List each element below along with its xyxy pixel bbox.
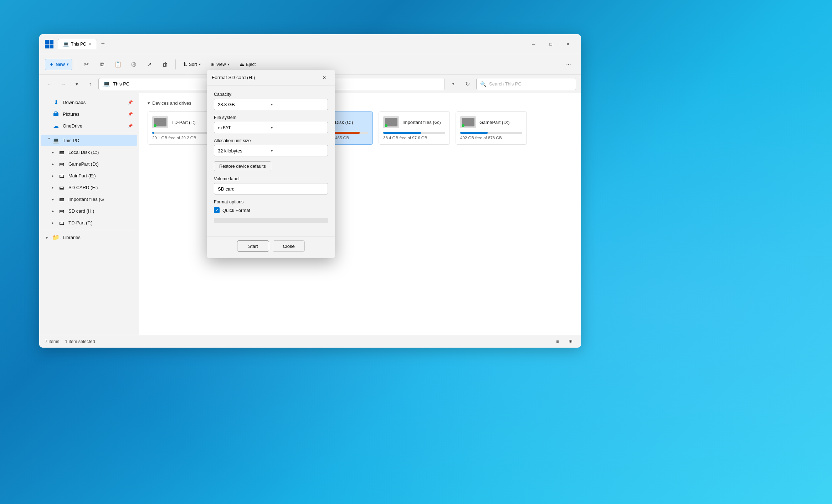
status-bar: 7 items 1 item selected ≡ ⊞: [39, 335, 581, 348]
pin-icon: 📌: [128, 100, 133, 105]
svg-rect-2: [45, 45, 49, 48]
section-title: Devices and drives: [152, 100, 191, 106]
sidebar-item-downloads[interactable]: ⬇ Downloads 📌: [41, 97, 137, 108]
drive-item-gamepart[interactable]: GamePart (D:) 492 GB free of 878 GB: [456, 111, 527, 145]
drive-free-text: 38.4 GB free of 97.6 GB: [383, 136, 445, 140]
maximize-button[interactable]: □: [543, 38, 559, 51]
sidebar-item-tdpart[interactable]: ▸ 🖴 TD-Part (T:): [41, 217, 137, 228]
close-dialog-button[interactable]: Close: [273, 240, 305, 252]
copy-button[interactable]: ⧉: [96, 58, 109, 71]
restore-defaults-button[interactable]: Restore device defaults: [214, 161, 271, 171]
drive-bar-bg: [383, 132, 445, 134]
tab-close-icon[interactable]: ✕: [88, 42, 92, 46]
chevron-icon: ▸: [46, 235, 52, 239]
view-button[interactable]: ⊞ View ▾: [207, 59, 233, 69]
filesystem-select[interactable]: exFAT ▾: [214, 122, 328, 133]
sidebar-item-sdcardf[interactable]: ▸ 🖴 SD CARD (F:): [41, 182, 137, 193]
quick-format-label: Quick Format: [222, 208, 250, 213]
volume-label-text: Volume label: [214, 176, 328, 181]
drive-header: Important files (G:): [383, 116, 445, 128]
eject-button[interactable]: ⏏ Eject: [236, 59, 260, 70]
close-button[interactable]: ✕: [560, 38, 576, 51]
new-tab-button[interactable]: +: [98, 39, 108, 50]
sidebar-item-localc[interactable]: ▸ 🖴 Local Disk (C:): [41, 146, 137, 158]
pin-icon: 📌: [128, 124, 133, 128]
drive-name: Important files (G:): [402, 120, 441, 125]
chevron-icon: ▸: [52, 197, 58, 201]
capacity-select[interactable]: 28.8 GB ▾: [214, 99, 328, 110]
share-button[interactable]: ↗: [143, 58, 156, 71]
search-bar[interactable]: 🔍 Search This PC: [476, 78, 576, 90]
sort-icon: ⇅: [183, 62, 187, 67]
drive-free-text: 492 GB free of 878 GB: [460, 136, 522, 140]
drive-icon-importg: [383, 116, 399, 128]
sort-button[interactable]: ⇅ Sort ▾: [179, 59, 205, 69]
disk-icon: 🖴: [58, 207, 66, 215]
format-options-label: Format options: [214, 199, 328, 204]
rename-button[interactable]: ㊊: [127, 58, 140, 71]
sidebar-item-pictures[interactable]: 🏔 Pictures 📌: [41, 108, 137, 120]
sidebar-item-label: GamePart (D:): [68, 161, 133, 167]
drive-name: GamePart (D:): [479, 120, 510, 125]
list-view-button[interactable]: ≡: [553, 337, 563, 347]
drive-header: TD-Part (T:): [152, 116, 214, 128]
sidebar-item-thispc[interactable]: ▸ 💻 This PC: [41, 135, 137, 146]
drive-header: GamePart (D:): [460, 116, 522, 128]
chevron-icon: ▸: [52, 150, 58, 154]
start-button[interactable]: Start: [237, 240, 269, 252]
address-dropdown-button[interactable]: ▾: [448, 82, 458, 86]
drive-bar-bg: [460, 132, 522, 134]
restore-btn-label: Restore device defaults: [219, 164, 266, 169]
thispc-icon: 💻: [52, 136, 60, 144]
tab-thispc[interactable]: 💻 This PC ✕: [58, 39, 97, 49]
minimize-button[interactable]: ─: [525, 38, 542, 51]
chevron-icon: ▸: [52, 174, 58, 178]
sidebar-item-onedrive[interactable]: ☁ OneDrive 📌: [41, 120, 137, 131]
chevron-down-icon: ▸: [47, 137, 51, 143]
pin-icon: 📌: [128, 112, 133, 116]
refresh-button[interactable]: ↻: [461, 78, 473, 90]
sidebar-item-label: Libraries: [63, 235, 133, 240]
dialog-close-button[interactable]: ✕: [319, 72, 330, 83]
sidebar-item-gamepart[interactable]: ▸ 🖴 GamePart (D:): [41, 158, 137, 170]
recent-locations-button[interactable]: ▾: [71, 79, 82, 89]
chevron-icon: ▸: [52, 186, 58, 189]
delete-button[interactable]: 🗑: [158, 58, 172, 71]
checkmark-icon: ✓: [215, 208, 218, 212]
title-bar: 💻 This PC ✕ + ─ □ ✕: [39, 34, 581, 54]
more-options-button[interactable]: ···: [562, 58, 575, 71]
allocation-select[interactable]: 32 kilobytes ▾: [214, 145, 328, 156]
volume-label-input[interactable]: [214, 183, 328, 194]
cut-button[interactable]: ✂: [80, 58, 93, 71]
sidebar: ⬇ Downloads 📌 🏔 Pictures 📌 ☁ OneDrive 📌: [39, 93, 139, 335]
sidebar-item-sdcardh[interactable]: ▸ 🖴 SD card (H:): [41, 205, 137, 217]
chevron-icon: ▸: [52, 162, 58, 166]
new-label: New: [56, 62, 65, 67]
sidebar-item-label: Important files (G: [68, 197, 133, 202]
main-panel: ▾ Devices and drives TD-Part (T:): [139, 93, 581, 335]
filesystem-value: exFAT: [218, 125, 271, 130]
capacity-value: 28.8 GB: [218, 102, 271, 107]
allocation-field: Allocation unit size 32 kilobytes ▾: [214, 138, 328, 156]
quick-format-checkbox[interactable]: ✓: [214, 207, 220, 213]
forward-button[interactable]: →: [58, 79, 68, 89]
capacity-label: Capacity:: [214, 92, 328, 97]
sidebar-item-label: OneDrive: [63, 123, 128, 129]
sidebar-item-importg[interactable]: ▸ 🖴 Important files (G: [41, 193, 137, 205]
disk-icon: 🖴: [58, 195, 66, 203]
eject-icon: ⏏: [240, 62, 244, 67]
new-button[interactable]: ＋ New ▾: [45, 59, 72, 70]
volume-label-field: Volume label: [214, 176, 328, 194]
allocation-label: Allocation unit size: [214, 138, 328, 143]
paste-button[interactable]: 📋: [111, 58, 125, 71]
allocation-dropdown-icon: ▾: [271, 149, 324, 153]
drive-item-importg[interactable]: Important files (G:) 38.4 GB free of 97.…: [379, 111, 450, 145]
back-button[interactable]: ←: [44, 79, 55, 89]
chevron-icon: ▸: [52, 209, 58, 213]
grid-view-button[interactable]: ⊞: [565, 337, 575, 347]
sidebar-item-mainpart[interactable]: ▸ 🖴 MainPart (E:): [41, 170, 137, 181]
disk-icon: 🖴: [58, 160, 66, 168]
allocation-value: 32 kilobytes: [218, 148, 271, 154]
up-button[interactable]: ↑: [85, 79, 96, 89]
sidebar-item-libraries[interactable]: ▸ 📁 Libraries: [41, 232, 137, 243]
